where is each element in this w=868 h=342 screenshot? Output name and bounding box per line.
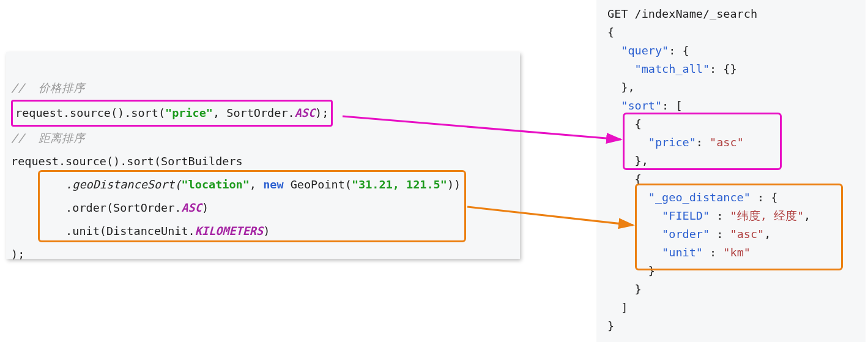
geo-final: ); <box>11 243 515 266</box>
json-query: "query": { <box>607 42 861 60</box>
geo-json-highlight <box>635 184 843 270</box>
price-sort-line: request.source().sort("price", SortOrder… <box>11 100 515 127</box>
geo-highlight-left <box>38 170 466 242</box>
json-matchall: "match_all": {} <box>607 60 861 78</box>
json-get: GET /indexName/_search <box>607 5 861 23</box>
price-json-highlight <box>623 113 782 170</box>
json-close: } <box>607 317 861 335</box>
json-query-close: }, <box>607 78 861 97</box>
price-sort-highlight: request.source().sort("price", SortOrder… <box>11 100 333 127</box>
comment-price: // 价格排序 <box>11 76 515 100</box>
json-sort-close: ] <box>607 299 861 317</box>
comment-distance: // 距离排序 <box>11 127 515 150</box>
json-geo-close: } <box>607 280 861 299</box>
json-panel: GET /indexName/_search { "query": { "mat… <box>596 0 866 342</box>
json-open: { <box>607 23 861 42</box>
